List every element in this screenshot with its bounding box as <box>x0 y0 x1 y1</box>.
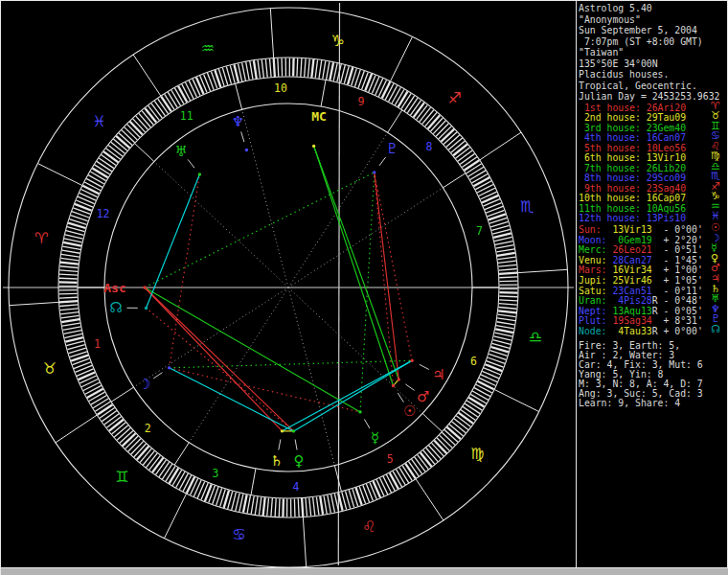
house-label: 9th house: <box>579 183 647 194</box>
header-line: 135°50E 34°00N <box>579 59 658 69</box>
aspect-sextile-line <box>294 360 413 431</box>
planet-label: Nept: <box>579 306 612 316</box>
degree-tick <box>458 150 472 161</box>
degree-tick <box>460 153 474 164</box>
degree-tick <box>306 498 307 517</box>
house-cusp-spoke <box>242 109 288 288</box>
degree-tick <box>183 475 192 492</box>
node-degree-dot <box>145 307 148 310</box>
house-cusp-spoke <box>288 188 443 288</box>
sign-boundary-line <box>270 9 273 58</box>
planet-longitude-value: 4Pis28 <box>612 295 651 306</box>
degree-tick <box>465 403 480 413</box>
degree-tick <box>255 496 258 515</box>
planet-position-row: Nept: 13Aqu13R - 0°05'♆ <box>579 307 728 316</box>
house-label: 6th house: <box>579 152 647 163</box>
sign-boundary-line <box>518 269 568 272</box>
sign-glyph-capricorn: ♑ <box>331 32 345 50</box>
wheel-node-glyph: ☊ <box>110 299 123 316</box>
degree-tick <box>311 59 313 78</box>
header-line: Julian Day = 2453253.9632 <box>579 92 719 102</box>
node-icon: ☊ <box>711 325 720 334</box>
planet-label: Sun: <box>579 224 612 235</box>
house-cusp-value: 16Cap07 <box>647 193 686 203</box>
degree-tick <box>60 258 79 260</box>
house-cusp-stub <box>174 443 189 466</box>
planet-position-row: Merc: 26Leo21 - 0°51'☿ <box>579 245 728 255</box>
wheel-sun-glyph: ☉ <box>403 402 416 420</box>
planet-position-row: Node: 4Tau33R + 0°00'☊ <box>579 327 728 336</box>
degree-tick <box>116 136 129 149</box>
planet-label: Merc: <box>579 244 612 255</box>
degree-tick <box>114 426 127 437</box>
aspect-trine-line <box>145 288 360 412</box>
glyph-pointer-line <box>364 419 370 428</box>
planet-label: Plut: <box>579 315 612 326</box>
house-cusp-spoke <box>189 288 288 443</box>
house-label: 2nd house: <box>579 112 647 123</box>
degree-tick <box>331 494 335 513</box>
degree-tick <box>64 239 82 242</box>
degree-tick <box>327 61 330 80</box>
planet-label: Satu: <box>579 286 612 296</box>
planet-position-row: Satu: 23Can51 - 0°11'♄ <box>579 287 728 296</box>
degree-tick <box>151 104 162 118</box>
degree-tick <box>333 63 337 81</box>
degree-tick <box>189 80 196 97</box>
degree-tick <box>162 464 171 479</box>
degree-tick <box>499 304 517 305</box>
degree-tick <box>390 472 398 489</box>
planet-latitude-value: - 0°00' <box>658 224 703 235</box>
house-cusp-stub <box>135 143 154 161</box>
house-number-4: 4 <box>292 480 299 494</box>
sign-glyph-pisces: ♓ <box>92 112 105 130</box>
header-line: Sun September 5, 2004 <box>579 26 697 35</box>
house-label: 4th house: <box>579 132 647 143</box>
house-number-6: 6 <box>470 355 477 368</box>
degree-tick <box>187 477 194 494</box>
degree-tick <box>65 337 82 341</box>
degree-tick <box>59 305 78 307</box>
planet-latitude-value: - 1°45' <box>658 255 703 265</box>
moon-degree-dot <box>168 366 171 369</box>
venus-degree-dot <box>292 429 295 432</box>
planet-longitude-value: 25Vir46 <box>612 275 651 286</box>
degree-tick <box>499 273 517 274</box>
degree-tick <box>386 474 395 491</box>
degree-tick <box>474 388 490 397</box>
degree-tick <box>81 380 98 387</box>
mc-degree-dot <box>312 145 315 148</box>
house-number-12: 12 <box>97 207 110 220</box>
degree-tick <box>496 249 514 252</box>
planet-longitude-value: 23Can51 <box>612 286 651 296</box>
degree-tick <box>178 86 187 103</box>
degree-tick <box>389 85 398 102</box>
mars-degree-dot <box>398 378 400 380</box>
degree-tick <box>87 389 103 398</box>
degree-tick <box>420 107 431 122</box>
degree-tick <box>93 399 108 408</box>
house-cusp-value: 13Pis10 <box>647 213 686 223</box>
degree-tick <box>498 310 516 312</box>
house-label: 10th house: <box>579 193 647 203</box>
mercury-degree-dot <box>358 410 361 413</box>
house-cusp-spoke <box>134 288 288 387</box>
wheel-neptune-glyph: ♆ <box>232 113 244 130</box>
degree-tick <box>275 498 276 517</box>
aspect-trine-line <box>314 146 394 385</box>
degree-tick <box>82 186 99 194</box>
degree-tick <box>316 497 319 516</box>
degree-tick <box>305 58 306 77</box>
house-cusp-value: 10Leo56 <box>647 143 686 153</box>
wheel-mars-glyph: ♂ <box>417 388 429 405</box>
degree-tick <box>169 468 178 483</box>
sign-glyph-aries: ♈ <box>34 229 48 247</box>
degree-tick <box>103 151 118 162</box>
degree-tick <box>246 62 250 80</box>
planet-longitude-value: 0Gem19 <box>612 235 651 245</box>
house-cusp-value: 16Can07 <box>647 132 686 143</box>
degree-tick <box>250 61 253 80</box>
wheel-asc-label: Asc <box>103 281 125 295</box>
degree-tick <box>294 498 295 517</box>
degree-tick <box>472 391 489 400</box>
